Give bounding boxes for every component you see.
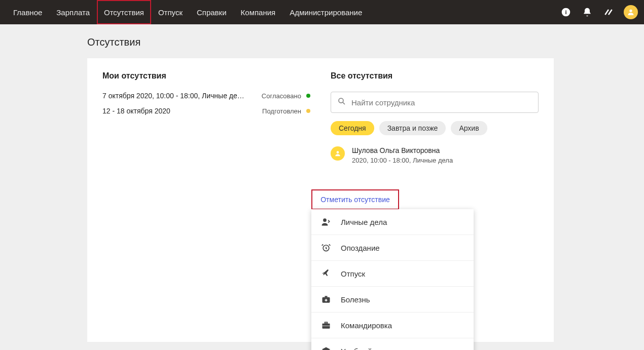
- dd-late[interactable]: Опоздание: [311, 235, 474, 261]
- svg-line-2: [605, 10, 609, 15]
- page-title: Отсутствия: [87, 36, 644, 48]
- dd-sick[interactable]: Болезнь: [311, 287, 474, 313]
- filter-chips: Сегодня Завтра и позже Архив: [331, 121, 539, 135]
- absence-text: 12 - 18 октября 2020: [102, 107, 170, 115]
- absence-row[interactable]: 12 - 18 октября 2020 Подготовлен: [102, 107, 310, 115]
- absence-type-dropdown: Личные дела Опоздание Отпуск Болезнь Ком…: [311, 209, 474, 350]
- svg-line-6: [343, 102, 345, 104]
- plane-icon: [320, 268, 332, 279]
- dd-label: Личные дела: [341, 218, 387, 226]
- user-avatar[interactable]: [624, 5, 638, 19]
- dd-personal[interactable]: Личные дела: [311, 209, 474, 235]
- absence-row[interactable]: 7 октября 2020, 10:00 - 18:00, Личные де…: [102, 92, 310, 100]
- nav-main[interactable]: Главное: [6, 0, 49, 24]
- search-icon: [337, 97, 346, 108]
- chip-today[interactable]: Сегодня: [331, 121, 374, 135]
- svg-point-4: [629, 10, 632, 12]
- chip-archive[interactable]: Архив: [451, 121, 487, 135]
- absence-status: Согласовано: [262, 92, 310, 100]
- absence-text: 7 октября 2020, 10:00 - 18:00, Личные де…: [102, 92, 244, 100]
- dd-label: Опоздание: [341, 244, 380, 252]
- person-avatar-icon: [331, 146, 345, 161]
- absence-status: Подготовлен: [262, 107, 310, 115]
- medkit-icon: [320, 294, 332, 305]
- svg-rect-15: [325, 322, 328, 324]
- svg-point-7: [337, 151, 339, 153]
- content-card: Мои отсутствия 7 октября 2020, 10:00 - 1…: [87, 58, 554, 342]
- my-absences-column: Мои отсутствия 7 октября 2020, 10:00 - 1…: [102, 71, 310, 329]
- mark-absence-button[interactable]: Отметить отсутствие: [320, 196, 390, 204]
- chip-later[interactable]: Завтра и позже: [379, 121, 446, 135]
- dd-label: Учебный отпуск: [341, 347, 397, 351]
- svg-point-8: [323, 218, 327, 222]
- svg-rect-11: [325, 296, 328, 297]
- bell-icon[interactable]: [581, 6, 593, 18]
- svg-rect-16: [323, 326, 330, 326]
- nav-absences[interactable]: Отсутствия: [97, 0, 151, 24]
- person-icon: [320, 216, 332, 227]
- nav-salary[interactable]: Зарплата: [49, 0, 97, 24]
- briefcase-icon: [320, 320, 332, 331]
- status-dot-icon: [306, 94, 310, 98]
- svg-line-3: [609, 10, 612, 15]
- nav-references[interactable]: Справки: [190, 0, 234, 24]
- alarm-icon: [320, 242, 332, 253]
- main-nav: Главное Зарплата Отсутствия Отпуск Справ…: [6, 0, 369, 24]
- dd-vacation[interactable]: Отпуск: [311, 261, 474, 287]
- person-detail: 2020, 10:00 - 18:00, Личные дела: [352, 157, 453, 164]
- nav-vacation[interactable]: Отпуск: [151, 0, 190, 24]
- graduation-icon: [320, 345, 332, 350]
- svg-rect-13: [325, 300, 328, 301]
- svg-rect-14: [323, 324, 330, 329]
- dd-label: Командировка: [341, 321, 392, 330]
- all-absences-title: Все отсутствия: [331, 71, 539, 81]
- svg-point-5: [339, 98, 343, 103]
- person-name: Шулова Ольга Викторовна: [352, 146, 453, 154]
- search-box[interactable]: [331, 92, 539, 113]
- topbar-right: i: [560, 5, 638, 19]
- status-dot-icon: [306, 109, 310, 113]
- search-input[interactable]: [351, 98, 532, 107]
- dd-label: Болезнь: [341, 295, 370, 304]
- svg-text:i: i: [565, 9, 566, 15]
- stripes-icon[interactable]: [602, 6, 615, 18]
- dd-study[interactable]: Учебный отпуск: [311, 338, 474, 350]
- nav-company[interactable]: Компания: [234, 0, 283, 24]
- dd-label: Отпуск: [341, 269, 365, 278]
- info-icon[interactable]: i: [560, 6, 572, 18]
- person-row[interactable]: Шулова Ольга Викторовна 2020, 10:00 - 18…: [331, 146, 539, 164]
- my-absences-title: Мои отсутствия: [102, 71, 310, 81]
- mark-absence-highlight: Отметить отсутствие: [311, 189, 399, 210]
- person-info: Шулова Ольга Викторовна 2020, 10:00 - 18…: [352, 146, 453, 164]
- nav-admin[interactable]: Администрирование: [282, 0, 369, 24]
- dd-trip[interactable]: Командировка: [311, 313, 474, 338]
- topbar: Главное Зарплата Отсутствия Отпуск Справ…: [0, 0, 644, 24]
- page: Отсутствия Мои отсутствия 7 октября 2020…: [0, 24, 644, 342]
